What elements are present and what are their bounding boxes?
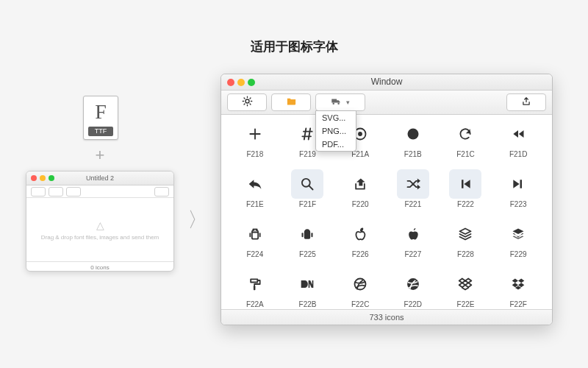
skip-back-icon[interactable] [449,169,481,199]
export-pdf-item[interactable]: PDF... [316,138,356,151]
icon-cell[interactable]: F223 [492,169,545,216]
icon-cell[interactable]: F225 [282,219,334,266]
icon-code: F21F [299,200,316,208]
zoom-window-icon[interactable] [248,79,255,86]
designer-news-icon[interactable] [291,269,323,299]
minimize-window-icon[interactable] [237,79,245,86]
share-button[interactable] [506,93,546,111]
share-up-icon [521,96,531,109]
shuffle-icon[interactable] [397,169,429,199]
icon-cell[interactable]: F22C [334,269,387,309]
icon-cell[interactable]: F227 [387,219,440,266]
close-window-icon[interactable] [227,79,234,86]
icon-grid: F218F219F21AF21BF21CF21DF21EF21FF220F221… [221,115,552,309]
icon-code: F22D [404,300,422,308]
icon-cell[interactable]: F224 [229,219,282,266]
icon-cell[interactable]: F22A [229,269,282,309]
serif-f-glyph: F [84,99,118,124]
icon-code: F21D [509,150,527,158]
plus-combiner-icon: + [92,147,108,163]
android-icon[interactable] [291,219,323,249]
icon-code: F22E [457,300,475,308]
drop-triangle-icon: △ [96,219,104,231]
toolbar: ▾ SVG... PNG... PDF... [221,91,552,115]
icon-cell[interactable]: F21B [387,119,440,166]
icon-code: F223 [510,200,527,208]
titlebar[interactable]: Window [221,74,552,91]
android-outline-icon[interactable] [239,219,271,249]
paint-roller-icon[interactable] [239,269,271,299]
apple-outline-icon[interactable] [344,219,376,249]
chevron-down-icon: ▾ [346,99,350,106]
export-menu: SVG... PNG... PDF... [315,110,356,152]
icon-code: F224 [246,250,263,258]
dribbble-icon[interactable] [397,269,429,299]
icon-cell[interactable]: F22F [492,269,545,309]
plus-icon[interactable] [239,119,271,149]
mini-drop-hint: Drag & drop font files, images and send … [41,234,159,241]
refresh-icon[interactable] [449,119,481,149]
import-button[interactable] [271,93,311,111]
ttf-badge: TTF [88,127,113,136]
dropbox-icon[interactable] [502,269,534,299]
mini-toolbar [26,185,173,198]
mini-drop-area: △ Drag & drop font files, images and sen… [26,198,173,261]
icon-cell[interactable]: F222 [440,169,492,216]
icon-cell[interactable]: F22E [440,269,492,309]
icon-cell[interactable]: F229 [492,219,545,266]
icon-cell[interactable]: F22D [387,269,440,309]
export-png-item[interactable]: PNG... [316,124,356,138]
icon-code: F221 [404,200,421,208]
dribbble-outline-icon[interactable] [344,269,376,299]
icon-code: F220 [352,200,369,208]
icon-code: F229 [510,250,527,258]
traffic-lights[interactable] [227,79,255,86]
main-window: Window ▾ SVG... PNG... PDF... [220,74,553,325]
icon-code: F228 [457,250,474,258]
icon-cell[interactable]: F220 [334,169,387,216]
icon-cell[interactable]: F22B [282,269,334,309]
export-button[interactable]: ▾ SVG... PNG... PDF... [315,93,365,111]
icon-code: F226 [352,250,369,258]
ttf-file-icon: F TTF [83,96,118,140]
empty-app-window: Untitled 2 △ Drag & drop font files, ima… [26,171,174,272]
page-heading: 适用于图标字体 [0,38,588,55]
icon-cell[interactable]: F218 [229,119,282,166]
icon-code: F227 [404,250,421,258]
mini-statusbar: 0 icons [26,261,173,272]
icon-cell[interactable]: F221 [387,169,440,216]
search-icon[interactable] [291,169,323,199]
icon-code: F21E [246,200,264,208]
statusbar: 733 icons [221,309,552,325]
skip-forward-icon[interactable] [502,169,534,199]
icon-code: F22F [509,300,526,308]
icon-code: F22B [299,300,317,308]
icon-cell[interactable]: F228 [440,219,492,266]
svg-point-0 [333,102,335,105]
icon-code: F222 [457,200,474,208]
export-svg-item[interactable]: SVG... [316,111,356,124]
folder-icon [286,96,297,109]
circle-icon[interactable] [397,119,429,149]
icon-cell[interactable]: F21C [440,119,492,166]
reply-icon[interactable] [239,169,271,199]
settings-button[interactable] [227,93,267,111]
icon-cell[interactable]: F21E [229,169,282,216]
layers-outline-icon[interactable] [449,219,481,249]
icon-code: F22C [351,300,369,308]
layers-icon[interactable] [502,219,534,249]
apple-icon[interactable] [397,219,429,249]
share-icon[interactable] [344,169,376,199]
rewind-icon[interactable] [502,119,534,149]
icon-cell[interactable]: F21D [492,119,545,166]
icon-cell[interactable]: F226 [334,219,387,266]
icon-code: F219 [299,150,316,158]
icon-code: F218 [246,150,263,158]
truck-icon [331,96,342,109]
icon-code: F21C [456,150,474,158]
gear-icon [242,96,253,109]
icon-cell[interactable]: F21F [282,169,334,216]
dropbox-outline-icon[interactable] [449,269,481,299]
mini-titlebar: Untitled 2 [26,171,173,185]
svg-point-1 [337,102,340,105]
